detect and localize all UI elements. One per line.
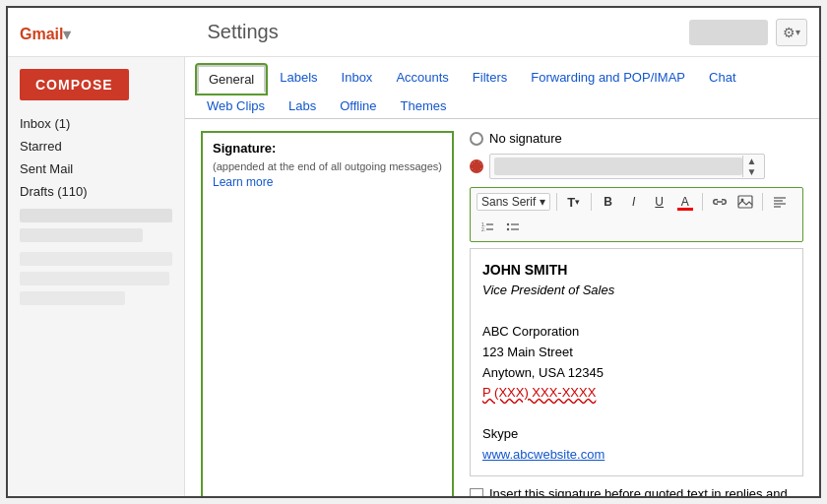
tab-inbox[interactable]: Inbox — [332, 65, 383, 92]
toolbar-sep-3 — [702, 193, 703, 211]
sidebar-item-starred[interactable]: Starred — [8, 135, 184, 158]
signature-name-text — [494, 158, 742, 175]
tabs-area: General Labels Inbox Accounts Filters Fo… — [185, 57, 819, 119]
insert-checkbox-row: Insert this signature before quoted text… — [470, 486, 803, 496]
header-right: ⚙ ▾ — [689, 19, 807, 46]
body-layout: COMPOSE Inbox (1) Starred Sent Mail Draf… — [8, 57, 819, 496]
tab-accounts[interactable]: Accounts — [386, 65, 458, 92]
gmail-logo[interactable]: Gmail▾ — [20, 20, 71, 45]
sidebar-blur-1 — [20, 209, 172, 222]
italic-button[interactable]: I — [623, 191, 645, 213]
sig-company: ABC Corporation — [482, 322, 791, 343]
svg-point-12 — [507, 228, 509, 230]
gear-arrow-icon: ▾ — [795, 27, 800, 37]
header: Gmail▾ Settings ⚙ ▾ — [8, 8, 819, 57]
no-signature-label: No signature — [489, 131, 562, 146]
sidebar-blur-3 — [20, 252, 172, 266]
settings-content: Signature: (appended at the end of all o… — [185, 119, 819, 496]
no-signature-row: No signature — [470, 131, 803, 146]
signature-section: Signature: (appended at the end of all o… — [201, 131, 803, 496]
sig-phone: P (XXX) XXX-XXXX — [482, 383, 791, 404]
signature-label-box: Signature: (appended at the end of all o… — [201, 131, 454, 496]
align-button[interactable] — [769, 191, 791, 213]
sig-blank-2 — [482, 404, 791, 424]
toolbar-sep-2 — [591, 193, 592, 211]
numbered-list-icon: 1.2. — [480, 221, 494, 233]
numbered-list-button[interactable]: 1.2. — [477, 217, 498, 238]
sig-website[interactable]: www.abcwebsite.com — [482, 445, 791, 466]
toolbar-sep-4 — [762, 193, 763, 211]
bullet-list-button[interactable] — [502, 217, 524, 238]
tab-themes[interactable]: Themes — [391, 94, 457, 118]
tab-labs[interactable]: Labs — [279, 94, 326, 118]
signature-dropdown-button[interactable]: ▲▼ — [742, 156, 760, 177]
font-size-button[interactable]: T ▾ — [563, 191, 585, 213]
insert-signature-label: Insert this signature before quoted text… — [489, 486, 803, 496]
sidebar-blur-5 — [20, 291, 125, 305]
link-icon — [712, 196, 728, 208]
sig-city: Anytown, USA 12345 — [482, 363, 791, 384]
font-color-button[interactable]: A — [674, 191, 696, 213]
tab-webclips[interactable]: Web Clips — [197, 94, 275, 118]
signature-description: (appended at the end of all outgoing mes… — [213, 159, 442, 174]
sig-skype: Skype — [482, 424, 791, 445]
signature-editor[interactable]: JOHN SMITH Vice President of Sales ABC C… — [470, 248, 803, 476]
svg-point-10 — [507, 223, 509, 225]
gear-button[interactable]: ⚙ ▾ — [776, 19, 807, 46]
sig-title-line: Vice President of Sales — [482, 281, 791, 301]
link-button[interactable] — [709, 191, 731, 213]
signature-name-box: ▲▼ — [489, 154, 765, 179]
tabs-row2: Web Clips Labs Offline Themes — [197, 94, 807, 118]
sig-street: 123 Main Street — [482, 343, 791, 363]
tab-general[interactable]: General — [197, 65, 266, 94]
signature-radio[interactable] — [470, 159, 483, 173]
bullet-list-icon — [506, 221, 520, 233]
editor-toolbar: Sans Serif ▾ T ▾ B I U — [470, 187, 803, 242]
tab-labels[interactable]: Labels — [270, 65, 327, 92]
gear-icon: ⚙ — [783, 25, 795, 40]
sig-blank-1 — [482, 301, 791, 322]
no-signature-radio[interactable] — [470, 132, 483, 146]
sidebar-blur-4 — [20, 272, 169, 285]
signature-label: Signature: — [213, 141, 442, 156]
main-content: General Labels Inbox Accounts Filters Fo… — [185, 57, 819, 496]
tabs-row1: General Labels Inbox Accounts Filters Fo… — [197, 65, 807, 92]
tab-forwarding[interactable]: Forwarding and POP/IMAP — [521, 65, 695, 92]
learn-more-link[interactable]: Learn more — [213, 175, 273, 189]
align-icon — [773, 196, 787, 208]
tab-offline[interactable]: Offline — [330, 94, 386, 118]
svg-text:2.: 2. — [481, 226, 485, 232]
insert-signature-checkbox[interactable] — [470, 488, 483, 496]
signature-options: No signature ▲▼ — [470, 131, 803, 496]
underline-button[interactable]: U — [649, 191, 670, 213]
sidebar-item-sent[interactable]: Sent Mail — [8, 158, 184, 180]
image-icon — [737, 195, 753, 209]
sidebar-item-inbox[interactable]: Inbox (1) — [8, 112, 184, 135]
page-title: Settings — [207, 21, 689, 43]
header-search-bar — [689, 20, 768, 45]
sidebar-blur-2 — [20, 228, 143, 242]
svg-rect-0 — [738, 196, 752, 208]
image-button[interactable] — [734, 191, 756, 213]
signature-name-row: ▲▼ — [470, 154, 803, 179]
sidebar-item-drafts[interactable]: Drafts (110) — [8, 180, 184, 203]
sidebar: COMPOSE Inbox (1) Starred Sent Mail Draf… — [8, 57, 185, 496]
tab-chat[interactable]: Chat — [699, 65, 745, 92]
font-select[interactable]: Sans Serif ▾ — [477, 193, 550, 211]
tab-filters[interactable]: Filters — [463, 65, 517, 92]
logo-arrow: ▾ — [63, 26, 71, 42]
sig-name-line: JOHN SMITH — [482, 259, 791, 281]
compose-button[interactable]: COMPOSE — [20, 69, 129, 100]
bold-button[interactable]: B — [598, 191, 619, 213]
toolbar-sep-1 — [556, 193, 557, 211]
